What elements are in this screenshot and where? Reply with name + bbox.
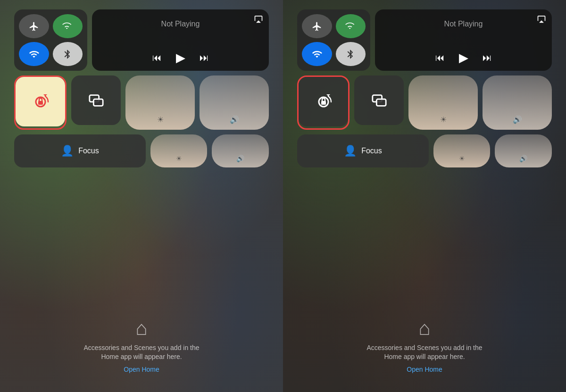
left-top-row: Not Playing ⏮ ▶ ⏭ <box>14 9 269 71</box>
left-media-block: Not Playing ⏮ ▶ ⏭ <box>92 9 269 71</box>
svg-rect-6 <box>321 101 326 105</box>
right-connectivity-block <box>297 9 370 71</box>
left-panel: Not Playing ⏮ ▶ ⏭ <box>0 0 283 392</box>
left-focus-label: Focus <box>78 147 99 155</box>
right-bluetooth-btn[interactable] <box>336 42 366 66</box>
left-cellular-btn[interactable] <box>53 14 83 38</box>
left-bluetooth-btn[interactable] <box>53 42 83 66</box>
right-media-controls: ⏮ ▶ ⏭ <box>383 50 544 65</box>
left-rewind-btn[interactable]: ⏮ <box>152 52 162 63</box>
rotate-lock-icon <box>30 92 51 112</box>
left-focus-icon: 👤 <box>61 145 74 157</box>
left-focus-btn[interactable]: 👤 Focus <box>14 134 146 167</box>
bluetooth-icon <box>62 49 73 59</box>
left-media-controls: ⏮ ▶ ⏭ <box>100 50 261 65</box>
right-airplane-icon <box>312 21 322 32</box>
left-bottom-sliders: ☀ 🔊 <box>150 134 269 167</box>
right-airplay-icon[interactable] <box>537 14 546 25</box>
svg-rect-9 <box>376 99 386 106</box>
right-open-home-link[interactable]: Open Home <box>407 366 442 373</box>
wifi-icon <box>29 49 39 59</box>
right-panel: Not Playing ⏮ ▶ ⏭ <box>283 0 566 392</box>
left-bottom-volume-icon: 🔊 <box>236 155 244 163</box>
right-rewind-btn[interactable]: ⏮ <box>435 52 445 63</box>
left-control-center: Not Playing ⏮ ▶ ⏭ <box>14 9 269 167</box>
right-wifi-btn[interactable] <box>302 42 332 66</box>
right-volume-slider[interactable]: 🔊 <box>483 75 552 130</box>
left-airplay-icon[interactable] <box>254 14 263 25</box>
right-bottom-volume-icon: 🔊 <box>519 155 527 163</box>
right-volume-icon: 🔊 <box>513 115 522 124</box>
right-bottom-brightness-slider[interactable]: ☀ <box>433 134 491 167</box>
left-screen-mirror-btn[interactable] <box>71 75 121 125</box>
right-bottom-sliders: ☀ 🔊 <box>433 134 552 167</box>
left-bottom-brightness-slider[interactable]: ☀ <box>150 134 208 167</box>
right-airplane-btn[interactable] <box>302 14 332 38</box>
right-rotate-lock-icon <box>313 92 334 112</box>
right-cellular-icon <box>345 21 356 32</box>
svg-rect-4 <box>93 99 103 106</box>
left-volume-slider[interactable]: 🔊 <box>200 75 269 130</box>
left-rotate-lock-btn[interactable] <box>16 77 65 126</box>
left-brightness-slider[interactable]: ☀ <box>125 75 195 130</box>
right-bottom-row: 👤 Focus ☀ 🔊 <box>297 134 552 167</box>
screen-mirror-icon <box>88 92 104 108</box>
right-bluetooth-icon <box>345 49 356 59</box>
left-home-icon: ⌂ <box>135 317 147 340</box>
right-fastforward-btn[interactable]: ⏭ <box>483 52 492 63</box>
svg-rect-1 <box>38 101 43 105</box>
left-fastforward-btn[interactable]: ⏭ <box>200 52 209 63</box>
left-not-playing: Not Playing <box>100 20 261 28</box>
left-rotate-lock-highlight <box>14 75 67 130</box>
left-brightness-icon: ☀ <box>157 115 164 124</box>
airplane-icon <box>29 21 39 32</box>
right-media-block: Not Playing ⏮ ▶ ⏭ <box>375 9 552 71</box>
left-bottom-row: 👤 Focus ☀ 🔊 <box>14 134 269 167</box>
right-wifi-icon <box>312 49 322 59</box>
right-play-btn[interactable]: ▶ <box>459 50 468 65</box>
right-middle-row: ☀ 🔊 <box>297 75 552 130</box>
right-home-section: ⌂ Accessories and Scenes you add in theH… <box>283 317 566 373</box>
left-home-text: Accessories and Scenes you add in theHom… <box>83 343 199 362</box>
right-top-row: Not Playing ⏮ ▶ ⏭ <box>297 9 552 71</box>
right-home-text: Accessories and Scenes you add in theHom… <box>366 343 482 362</box>
svg-marker-7 <box>326 94 330 96</box>
cellular-icon <box>62 21 73 32</box>
left-middle-row: ☀ 🔊 <box>14 75 269 130</box>
left-volume-icon: 🔊 <box>230 115 239 124</box>
right-home-icon: ⌂ <box>418 317 430 340</box>
right-screen-mirror-btn[interactable] <box>354 75 404 125</box>
left-airplane-btn[interactable] <box>19 14 49 38</box>
right-brightness-icon: ☀ <box>440 115 447 124</box>
airplay-svg <box>254 14 263 24</box>
right-sliders: ☀ 🔊 <box>408 75 552 130</box>
right-cellular-btn[interactable] <box>336 14 366 38</box>
svg-marker-2 <box>43 94 47 96</box>
right-screen-mirror-icon <box>371 92 387 108</box>
right-control-center: Not Playing ⏮ ▶ ⏭ <box>297 9 552 167</box>
left-home-section: ⌂ Accessories and Scenes you add in theH… <box>0 317 283 373</box>
left-connectivity-block <box>14 9 87 71</box>
right-focus-icon: 👤 <box>344 145 357 157</box>
left-sliders: ☀ 🔊 <box>125 75 269 130</box>
left-bottom-brightness-icon: ☀ <box>176 155 182 163</box>
right-rotate-lock-highlight <box>297 75 350 130</box>
right-rotate-lock-btn[interactable] <box>299 77 348 126</box>
left-play-btn[interactable]: ▶ <box>176 50 185 65</box>
right-not-playing: Not Playing <box>383 20 544 28</box>
right-bottom-brightness-icon: ☀ <box>459 155 465 163</box>
right-bottom-volume-slider[interactable]: 🔊 <box>495 134 552 167</box>
left-wifi-btn[interactable] <box>19 42 49 66</box>
left-open-home-link[interactable]: Open Home <box>124 366 159 373</box>
right-focus-btn[interactable]: 👤 Focus <box>297 134 429 167</box>
right-brightness-slider[interactable]: ☀ <box>408 75 478 130</box>
left-bottom-volume-slider[interactable]: 🔊 <box>212 134 269 167</box>
right-focus-label: Focus <box>361 147 382 155</box>
right-airplay-svg <box>537 14 546 24</box>
